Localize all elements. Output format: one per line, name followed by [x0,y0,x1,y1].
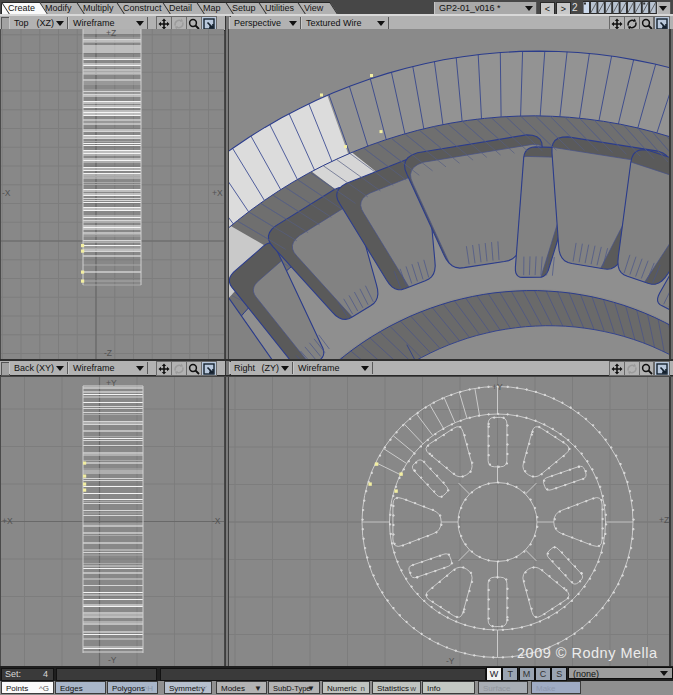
svg-text:+X: +X [212,188,223,198]
svg-text:2009 © Rodny Mella: 2009 © Rodny Mella [517,645,658,661]
svg-text:+Z: +Z [106,29,116,38]
svg-text:-Z: -Z [104,348,112,358]
svg-text:-X: -X [212,516,221,526]
svg-text:-X: -X [2,188,11,198]
svg-text:+X: +X [2,516,13,526]
svg-text:-Y: -Y [446,656,455,666]
svg-text:+Y: +Y [106,378,117,388]
svg-text:+Y: +Y [492,382,503,392]
svg-text:-Y: -Y [108,655,117,665]
